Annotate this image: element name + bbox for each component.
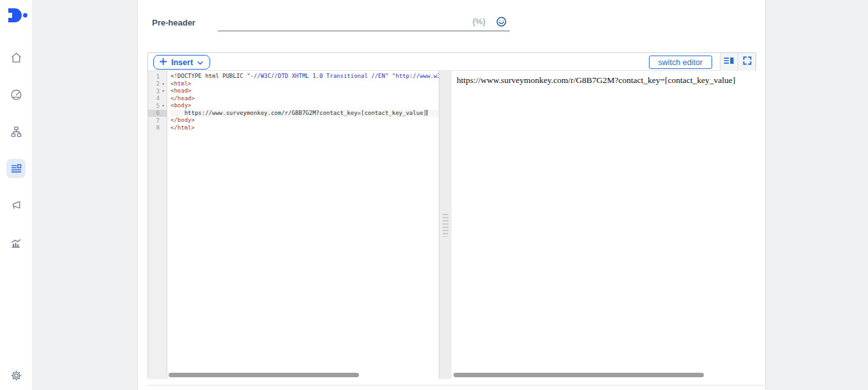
smiley-icon[interactable] (496, 16, 507, 27)
preview-content: https://www.surveymonkey.com/r/G8B7G2M?c… (452, 71, 757, 90)
sidebar-item-content[interactable] (6, 159, 26, 178)
code-gutter: 12▾3▾45▾678 (148, 71, 167, 379)
gear-icon (10, 369, 23, 385)
fold-arrow-icon[interactable]: ▾ (160, 102, 167, 110)
gutter-line-5: 5▾ (148, 102, 167, 110)
fold-arrow-icon[interactable]: ▾ (160, 87, 167, 95)
sitemap-icon (10, 125, 23, 139)
code-line-8: </html> (171, 124, 439, 132)
insert-button[interactable]: Insert (153, 55, 210, 70)
plus-icon (160, 58, 167, 67)
gauge-icon (10, 88, 23, 101)
code-token: </body> (171, 117, 195, 123)
preheader-label: Pre-header (152, 18, 195, 27)
code-line-6: https://www.surveymonkey.com/r/G8B7G2M?c… (171, 110, 439, 117)
preview-horizontal-scrollbar[interactable] (453, 373, 704, 377)
html-editor: Insert switch editor (148, 52, 756, 379)
code-token: <!DOCTYPE html PUBLIC (171, 73, 247, 79)
insert-button-label: Insert (171, 58, 193, 67)
preheader-input[interactable] (218, 14, 448, 29)
line-number: 7 (149, 117, 160, 124)
line-number: 1 (149, 73, 160, 80)
drag-handle-icon (443, 214, 448, 237)
gutter-line-6: 6 (148, 110, 167, 117)
code-token: "http://www.w3.org/ (392, 73, 439, 79)
sidebar (0, 0, 32, 390)
split-view-icon (723, 56, 735, 68)
code-token: </head> (171, 95, 195, 101)
code-line-7: </body> (171, 117, 439, 124)
code-horizontal-scrollbar[interactable] (169, 373, 359, 377)
code-line-3: <head> (171, 87, 439, 95)
code-line-4: </head> (171, 95, 439, 103)
line-number: 8 (149, 124, 160, 131)
preheader-field: {%} (218, 14, 510, 31)
main-content: Pre-header {%} Insert switch (137, 0, 766, 390)
code-line-5: <body> (171, 102, 439, 110)
fullscreen-button[interactable] (738, 53, 756, 71)
gutter-line-4: 4 (148, 95, 167, 103)
gutter-line-7: 7 (148, 117, 167, 124)
home-icon (10, 51, 23, 64)
split-view-button[interactable] (720, 53, 738, 71)
sidebar-item-home[interactable] (6, 48, 26, 67)
gutter-line-8: 8 (148, 124, 167, 132)
dotdigital-logo[interactable] (5, 6, 28, 26)
gutter-line-3: 3▾ (148, 87, 167, 95)
editor-toolbar: Insert switch editor (148, 53, 756, 71)
section-divider (148, 385, 766, 386)
chart-icon (10, 236, 23, 250)
sidebar-item-settings[interactable] (6, 367, 26, 386)
personalization-token-button[interactable]: {%} (473, 17, 485, 26)
chevron-down-icon (197, 58, 203, 67)
sidebar-item-analytics[interactable] (6, 233, 26, 252)
content-icon (10, 162, 23, 176)
gutter-line-2: 2▾ (148, 80, 167, 88)
sidebar-nav (0, 48, 32, 270)
code-line-1: <!DOCTYPE html PUBLIC "-//W3C//DTD XHTML… (171, 73, 439, 80)
switch-editor-button[interactable]: switch editor (649, 56, 712, 69)
fullscreen-icon (742, 56, 752, 68)
line-number: 6 (149, 110, 160, 116)
text-cursor (427, 110, 427, 116)
sidebar-item-dashboard[interactable] (6, 85, 26, 104)
line-number: 2 (149, 80, 160, 87)
code-token: <html> (171, 80, 192, 87)
code-token: https://www.surveymonkey.com/r/G8B7G2M?c… (171, 110, 427, 116)
code-token: </html> (171, 124, 195, 131)
code-token: <head> (171, 87, 192, 94)
fold-arrow-icon[interactable]: ▾ (160, 80, 167, 88)
line-number: 4 (149, 95, 160, 101)
line-number: 3 (149, 88, 160, 94)
code-lines: <!DOCTYPE html PUBLIC "-//W3C//DTD XHTML… (168, 71, 439, 379)
sidebar-item-automation[interactable] (6, 122, 26, 141)
line-number: 5 (149, 103, 160, 109)
pane-resize-divider[interactable] (439, 71, 452, 379)
preview-pane: https://www.surveymonkey.com/r/G8B7G2M?c… (452, 71, 757, 379)
megaphone-icon (10, 199, 23, 213)
code-token: "-//W3C//DTD XHTML 1.0 Transitional //EN… (247, 73, 388, 79)
gutter-line-1: 1 (148, 73, 167, 80)
editor-body: 12▾3▾45▾678 <!DOCTYPE html PUBLIC "-//W3… (148, 71, 756, 378)
code-token: <body> (171, 102, 192, 109)
sidebar-item-campaigns[interactable] (6, 196, 26, 215)
code-editor-pane[interactable]: 12▾3▾45▾678 <!DOCTYPE html PUBLIC "-//W3… (148, 71, 439, 379)
code-line-2: <html> (171, 80, 439, 88)
